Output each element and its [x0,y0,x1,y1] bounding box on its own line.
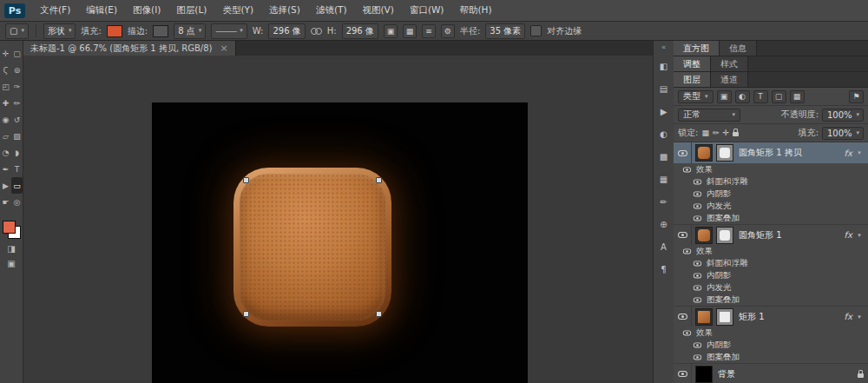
visibility-eye-icon[interactable] [694,342,701,347]
zoom-tool[interactable]: ◎ [11,194,23,210]
filter-smart-objects-icon[interactable]: ▦ [790,90,805,103]
layer-thumbnail[interactable] [695,366,713,383]
stroke-type-select[interactable]: ——— ▾ [211,23,247,39]
eraser-tool[interactable]: ▱ [0,128,11,144]
hand-tool[interactable]: ☛ [0,194,11,210]
tool-preset-picker[interactable]: ▢ ▾ [5,23,29,39]
vector-mask-thumbnail[interactable] [716,227,733,244]
menu-edit[interactable]: 编辑(E) [78,0,125,21]
pen-tool[interactable]: ✒ [0,161,11,177]
collapse-effects-icon[interactable]: ▾ [855,149,864,156]
tab-info[interactable]: 信息 [720,41,757,56]
visibility-eye-icon[interactable] [683,248,691,254]
filter-pixel-layers-icon[interactable]: ▣ [717,90,732,103]
fx-badge[interactable]: fx [845,230,852,240]
tab-adjustments[interactable]: 调整 [674,56,711,71]
layer-filter-type-select[interactable]: 类型 ▾ [678,90,713,103]
fill-color-swatch[interactable] [107,25,122,37]
opacity-select[interactable]: 100% ▾ [822,109,864,122]
vector-mask-thumbnail[interactable] [716,144,733,162]
effect-row[interactable]: 内发光 [674,200,868,212]
expand-panels-icon[interactable]: « [661,43,667,51]
visibility-eye-icon[interactable] [694,354,701,360]
layer-name[interactable]: 圆角矩形 1 [739,229,845,241]
visibility-eye-icon[interactable] [678,150,687,156]
shape-width-input[interactable]: 296 像 [268,23,305,39]
menu-filter[interactable]: 滤镜(T) [308,0,355,21]
move-tool[interactable]: ✛ [0,45,11,62]
effect-row[interactable]: 内发光 [674,281,868,294]
anchor-point[interactable] [243,311,249,317]
radius-input[interactable]: 35 像素 [485,23,525,39]
rounded-rect-shape[interactable] [233,168,391,327]
filter-shape-layers-icon[interactable]: ▢ [772,90,786,103]
path-alignment-button[interactable]: ▦ [403,24,417,38]
visibility-eye-icon[interactable] [678,314,687,320]
anchor-point[interactable] [243,177,249,183]
effects-row[interactable]: 效果 [674,245,868,257]
dodge-tool[interactable]: ◗ [11,144,23,161]
gradient-tool[interactable]: ▨ [11,128,23,144]
screen-mode-button[interactable]: ▣ [7,259,15,268]
lasso-tool[interactable]: Ϛ [0,62,11,78]
menu-window[interactable]: 窗口(W) [402,0,452,21]
tab-layers[interactable]: 图层 [674,72,711,87]
effect-row[interactable]: 斜面和浮雕 [674,257,868,269]
foreground-color-swatch[interactable] [3,221,16,234]
menu-select[interactable]: 选择(S) [261,0,308,21]
lock-transparent-pixels-icon[interactable]: ▦ [701,129,709,137]
panel-icon-adjustments[interactable]: ◐ [656,127,672,142]
rectangle-tool[interactable]: ▭ [11,177,23,194]
visibility-eye-icon[interactable] [683,167,691,172]
vector-mask-thumbnail[interactable] [716,308,733,326]
layer-name[interactable]: 圆角矩形 1 拷贝 [739,147,845,159]
lock-all-icon[interactable] [733,132,739,136]
layer-row[interactable]: 圆角矩形 1 拷贝 fx ▾ [674,142,868,163]
effect-row[interactable]: 内阴影 [674,339,868,351]
clone-stamp-tool[interactable]: ◉ [0,111,11,128]
path-selection-tool[interactable]: ▶ [0,177,11,194]
fx-badge[interactable]: fx [845,312,852,321]
visibility-eye-icon[interactable] [694,203,701,208]
panel-icon-character[interactable]: A [656,240,672,254]
healing-brush-tool[interactable]: ✚ [0,95,11,111]
layer-thumbnail[interactable] [695,144,713,162]
menu-image[interactable]: 图像(I) [125,0,168,21]
filter-type-layers-icon[interactable]: T [753,90,768,103]
effect-row[interactable]: 图案叠加 [674,294,868,306]
tab-histogram[interactable]: 直方图 [674,41,720,56]
layer-thumbnail[interactable] [695,308,713,326]
panel-icon-paragraph[interactable]: ¶ [656,262,672,277]
layer-row[interactable]: 背景 [674,363,868,383]
layer-row[interactable]: 圆角矩形 1 fx ▾ [674,224,868,245]
fx-badge[interactable]: fx [845,149,852,158]
stroke-color-swatch[interactable] [153,25,168,37]
visibility-eye-icon[interactable] [694,273,701,278]
visibility-eye-icon[interactable] [683,330,691,335]
menu-file[interactable]: 文件(F) [32,0,78,21]
history-brush-tool[interactable]: ↺ [11,111,23,128]
effect-row[interactable]: 内阴影 [674,188,868,200]
visibility-eye-icon[interactable] [694,261,701,266]
lock-image-pixels-icon[interactable]: ✏ [713,129,720,137]
layer-name[interactable]: 矩形 1 [739,311,845,323]
align-edges-checkbox[interactable] [530,25,542,36]
visibility-eye-icon[interactable] [694,215,701,221]
effect-row[interactable]: 图案叠加 [674,212,868,224]
rectangular-marquee-tool[interactable]: ▢ [11,45,23,62]
tab-styles[interactable]: 样式 [711,56,748,71]
filter-adjustment-layers-icon[interactable]: ◐ [735,90,750,103]
fill-opacity-select[interactable]: 100% ▾ [822,127,864,140]
document-tab[interactable]: 未标题-1 @ 66.7% (圆角矩形 1 拷贝, RGB/8) × [23,41,236,56]
layer-name[interactable]: 背景 [718,368,858,380]
filter-toggle-icon[interactable]: ⚑ [849,90,864,103]
lock-position-icon[interactable]: ✛ [722,129,729,137]
collapse-effects-icon[interactable]: ▾ [855,232,864,239]
effects-row[interactable]: 效果 [674,163,868,175]
panel-icon-actions[interactable]: ▶ [656,104,672,119]
crop-tool[interactable]: ◰ [0,78,11,95]
path-arrangement-button[interactable]: ≡ [422,24,436,38]
brush-tool[interactable]: ✏ [11,95,23,111]
visibility-eye-icon[interactable] [694,179,701,184]
effects-row[interactable]: 效果 [674,327,868,339]
